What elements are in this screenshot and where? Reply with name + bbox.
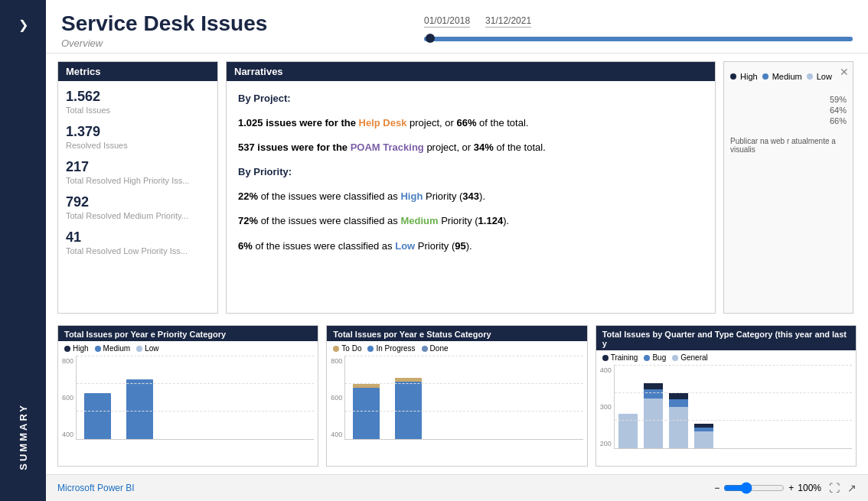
legend-label-c1-high: High [73, 344, 89, 353]
fullscreen-icon[interactable]: ⛶ [829, 482, 840, 494]
zoom-slider[interactable] [723, 482, 785, 494]
chart-status: Total Issues por Year e Status Category … [326, 325, 587, 467]
line1-post: project, or [406, 117, 456, 129]
metrics-card: Metrics 1.562 Total Issues 1.379 Resolve… [57, 61, 218, 314]
metric-label-0: Total Issues [66, 106, 210, 115]
p2-count: 1.124 [478, 215, 504, 226]
chart1-body: 800 600 400 [58, 356, 318, 440]
chart3-plot [614, 365, 852, 449]
timeline-bar[interactable] [424, 37, 853, 41]
metric-label-3: Total Resolved Medium Priority... [66, 211, 210, 220]
zoom-control: − + 100% [714, 482, 821, 494]
metric-resolved-medium: 792 Total Resolved Medium Priority... [66, 194, 210, 220]
chart-quarter-legend: Training Bug General [596, 350, 856, 365]
bar-group-c2-2 [395, 378, 422, 439]
p1-post: Priority ( [423, 190, 462, 202]
chart-quarter: Total Issues by Quarter and Type Categor… [596, 325, 857, 467]
close-icon[interactable]: ✕ [840, 66, 849, 78]
chart3-body: 400 300 200 [596, 365, 856, 449]
zoom-level: 100% [798, 483, 821, 493]
bar-group-c3-1 [618, 414, 638, 448]
by-priority-section: By Priority: [238, 164, 703, 181]
metric-label-1: Resolved Issues [66, 141, 210, 150]
narrative-line1: 1.025 issues were for the Help Desk proj… [238, 115, 703, 132]
metric-resolved-high: 217 Total Resolved High Priority Iss... [66, 159, 210, 185]
poam-project: POAM Tracking [351, 142, 424, 153]
metric-value-3: 792 [66, 194, 210, 210]
chart-priority: Total Issues por Year e Priority Categor… [57, 325, 318, 467]
legend-item-bug: Bug [644, 353, 666, 362]
bar-group-c2-1 [353, 384, 380, 439]
p2-end: ). [503, 215, 509, 226]
legend-label-inprogress: In Progress [376, 344, 415, 353]
bar-c3-3-bug [669, 399, 688, 407]
chart2-plot [344, 356, 582, 440]
bar-c1-1-medium [84, 393, 111, 439]
line2-pre: 537 issues were for the [238, 142, 351, 153]
line1-pct: 66% [456, 117, 476, 129]
export-icon[interactable]: ↗ [847, 482, 857, 494]
publish-note: Publicar na web r atualmente a visualis [730, 137, 847, 154]
content-area: Service Desk Issues Overview 01/01/2018 … [46, 0, 868, 501]
metric-resolved-issues: 1.379 Resolved Issues [66, 124, 210, 150]
legend-label-medium: Medium [772, 72, 802, 81]
sidebar-arrow[interactable]: ❯ [12, 11, 34, 38]
y-label-c3-0: 400 [600, 366, 612, 374]
legend-item-high: High [64, 344, 89, 353]
legend-label-done: Done [430, 344, 449, 353]
legend-dot-bug [644, 355, 650, 361]
zoom-minus[interactable]: − [714, 483, 720, 493]
date-start[interactable]: 01/01/2018 [424, 15, 470, 28]
y-label-c1-2: 400 [62, 431, 73, 438]
legend-dot-low-c1 [136, 346, 142, 352]
legend-dot-high [730, 73, 736, 80]
p3-priority: Low [395, 240, 415, 252]
powerbi-link[interactable]: Microsoft Power BI [57, 483, 135, 493]
sidebar-label: SUMMARY [18, 403, 29, 470]
p3-pct: 6% [238, 240, 253, 252]
p2-pct: 72% [238, 215, 258, 226]
y-label-c3-1: 300 [600, 403, 612, 411]
bar-group-c3-4 [694, 424, 713, 448]
p1-pct: 22% [238, 190, 258, 202]
metrics-body: 1.562 Total Issues 1.379 Resolved Issues… [58, 81, 217, 272]
header: Service Desk Issues Overview 01/01/2018 … [46, 0, 868, 54]
by-priority-title: By Priority: [238, 166, 292, 177]
date-end[interactable]: 31/12/2021 [485, 15, 531, 28]
zoom-plus[interactable]: + [788, 483, 794, 493]
narratives-header: Narratives [227, 62, 715, 81]
p1-mid: of the issues were classified as [258, 190, 400, 202]
p2-post: Priority ( [439, 215, 478, 226]
pct-2: 66% [730, 116, 847, 125]
legend-dot-low [807, 73, 813, 80]
legend-label-c1-low: Low [145, 344, 158, 353]
legend-dot-inprogress [367, 346, 374, 352]
legend-item-general: General [672, 353, 708, 362]
bar-c3-2-bug [644, 389, 663, 399]
y-label-c1-0: 800 [62, 357, 73, 365]
metric-total-issues: 1.562 Total Issues [66, 89, 210, 115]
legend-dot-high-c1 [64, 346, 70, 352]
gridline2-mid [345, 383, 582, 384]
footer-right: − + 100% ⛶ ↗ [714, 482, 857, 494]
timeline-handle[interactable] [426, 34, 435, 43]
gridline3-low [615, 420, 852, 421]
p2-priority: Medium [400, 215, 438, 226]
gridline3-top [615, 365, 852, 366]
legend-item-todo: To Do [333, 344, 361, 353]
legend-label-high: High [740, 72, 758, 81]
bar-group-c1-1 [84, 393, 111, 439]
y-label-c2-0: 800 [331, 357, 342, 365]
p2-mid: of the issues were classified as [258, 215, 400, 226]
bar-group-c3-3 [669, 393, 688, 448]
gridline-low [77, 411, 314, 412]
legend-label-general: General [680, 353, 708, 362]
legend-low: Low [807, 72, 832, 81]
legend-label-training: Training [611, 353, 638, 362]
narrative-line2: 537 issues were for the POAM Tracking pr… [238, 139, 703, 156]
p1-count: 343 [462, 190, 479, 202]
bar-c2-1-inprogress [353, 388, 380, 439]
p3-mid: of the issues were classified as [253, 240, 395, 252]
bar-c3-2-training [644, 383, 663, 389]
line2-pct: 34% [474, 142, 494, 153]
